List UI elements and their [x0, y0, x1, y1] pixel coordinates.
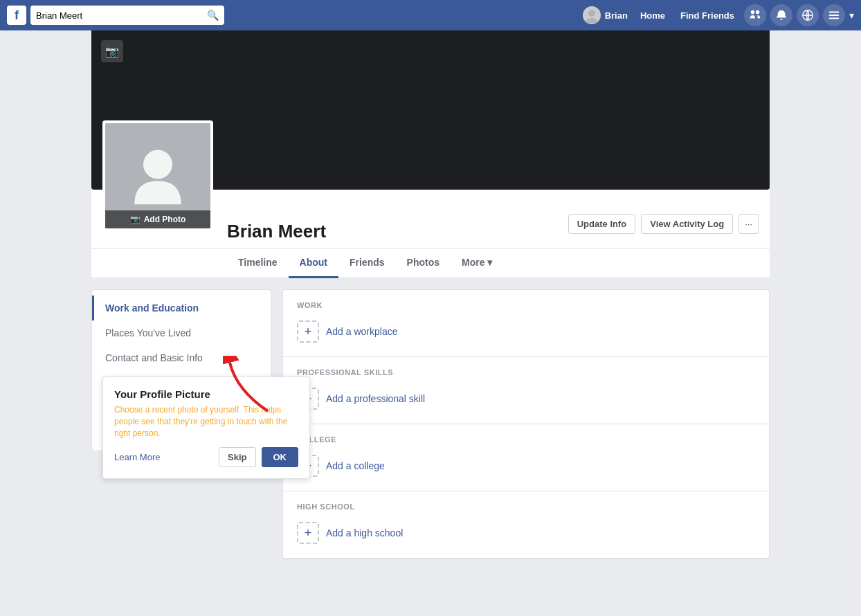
add-photo-label: Add Photo [144, 215, 186, 224]
professional-skills-section: PROFESSIONAL SKILLS + Add a professional… [283, 357, 769, 424]
add-college-row: + Add a college [297, 452, 755, 480]
add-college-link[interactable]: Add a college [326, 460, 385, 471]
avatar-silhouette [583, 6, 601, 24]
add-high-school-box[interactable]: + [297, 522, 319, 544]
learn-more-link[interactable]: Learn More [114, 452, 160, 462]
tooltip-title: Your Profile Picture [114, 388, 298, 400]
avatar [583, 6, 601, 24]
add-workplace-link[interactable]: Add a workplace [326, 326, 398, 337]
sidebar-item-work-education[interactable]: Work and Education [92, 296, 271, 320]
logo-letter: f [15, 8, 19, 23]
profile-picture-wrap: 📷 Add Photo [102, 120, 213, 231]
add-workplace-box[interactable]: + [297, 320, 319, 343]
globe-icon[interactable] [797, 4, 819, 26]
add-workplace-row: + Add a workplace [297, 318, 755, 345]
high-school-section-label: HIGH SCHOOL [297, 502, 755, 511]
profile-picture-tooltip: Your Profile Picture Choose a recent pho… [102, 377, 310, 479]
cover-photo-button[interactable]: 📷 [101, 40, 123, 62]
profile-tabs: Timeline About Friends Photos More ▾ [91, 248, 770, 278]
svg-point-0 [588, 10, 595, 17]
friends-request-icon[interactable] [744, 4, 766, 26]
profile-name: Brian Meert [227, 221, 326, 242]
skip-button[interactable]: Skip [219, 447, 255, 467]
tab-about[interactable]: About [289, 248, 338, 278]
tooltip-button-row: Skip OK [219, 447, 298, 467]
view-activity-log-button[interactable]: View Activity Log [641, 214, 733, 234]
tooltip-actions: Learn More Skip OK [114, 447, 298, 467]
account-icon[interactable] [823, 4, 845, 26]
high-school-section: HIGH SCHOOL + Add a high school [283, 491, 769, 559]
nav-user-name[interactable]: Brian [605, 10, 628, 21]
add-photo-button[interactable]: 📷 Add Photo [105, 210, 210, 228]
tab-friends[interactable]: Friends [338, 248, 396, 278]
ok-button[interactable]: OK [262, 447, 299, 467]
main-content: WORK + Add a workplace PROFESSIONAL SKIL… [282, 289, 770, 559]
college-section-label: COLLEGE [297, 435, 755, 444]
sidebar-item-contact[interactable]: Contact and Basic Info [92, 345, 271, 370]
sidebar-item-places[interactable]: Places You've Lived [92, 320, 271, 345]
profile-actions: Update Info View Activity Log ··· [568, 214, 759, 242]
svg-rect-4 [829, 18, 839, 19]
professional-skills-label: PROFESSIONAL SKILLS [297, 368, 755, 377]
svg-rect-2 [829, 12, 839, 13]
tab-photos[interactable]: Photos [396, 248, 451, 278]
college-section: COLLEGE + Add a college [283, 424, 769, 491]
svg-point-5 [143, 150, 172, 179]
svg-rect-3 [829, 15, 839, 16]
search-icon: 🔍 [207, 10, 219, 21]
add-high-school-row: + Add a high school [297, 519, 755, 547]
page-wrap: 📷 📷 Add Photo [91, 30, 770, 570]
nav-find-friends-link[interactable]: Find Friends [675, 10, 740, 21]
nav-right: Brian Home Find Friends ▾ [583, 4, 854, 26]
camera-icon: 📷 [130, 215, 141, 224]
tooltip-description: Choose a recent photo of yourself. This … [114, 404, 298, 439]
work-section: WORK + Add a workplace [283, 290, 769, 357]
add-skill-row: + Add a professional skill [297, 385, 755, 413]
add-high-school-link[interactable]: Add a high school [326, 527, 403, 538]
profile-silhouette [127, 145, 189, 207]
search-bar[interactable]: 🔍 [30, 6, 224, 25]
account-menu-arrow[interactable]: ▾ [849, 10, 854, 21]
search-input[interactable] [36, 10, 204, 21]
work-section-label: WORK [297, 301, 755, 309]
tab-more[interactable]: More ▾ [451, 248, 503, 278]
nav-home-link[interactable]: Home [635, 10, 671, 21]
more-options-button[interactable]: ··· [738, 214, 759, 234]
top-nav: f 🔍 Brian Home Find Friends ▾ [0, 0, 861, 30]
notifications-icon[interactable] [770, 4, 792, 26]
profile-section: 📷 Add Photo Your Profile Picture [91, 190, 770, 278]
update-info-button[interactable]: Update Info [568, 214, 636, 234]
facebook-logo: f [7, 6, 26, 25]
add-skill-link[interactable]: Add a professional skill [326, 393, 425, 404]
tab-timeline[interactable]: Timeline [227, 248, 289, 278]
